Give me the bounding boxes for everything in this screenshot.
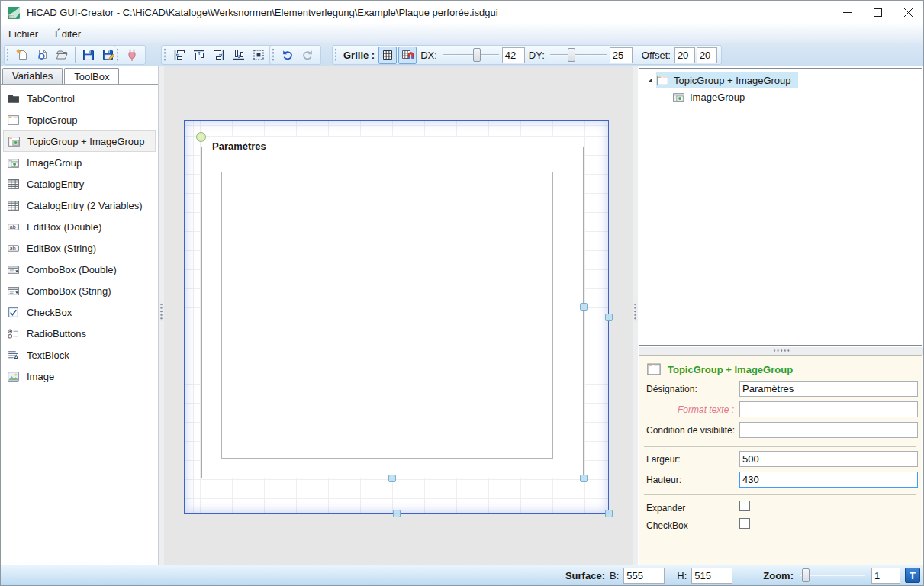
- dx-input[interactable]: [502, 47, 525, 63]
- minimize-button[interactable]: [832, 1, 862, 24]
- toolbar-grip[interactable]: [6, 48, 9, 62]
- right-splitter-grip[interactable]: [634, 303, 636, 321]
- align-top-button[interactable]: [190, 46, 208, 64]
- align-bottom-button[interactable]: [230, 46, 248, 64]
- toolbar-grip[interactable]: [116, 48, 119, 62]
- zoom-slider[interactable]: [800, 568, 865, 583]
- toolbox-item-editbox-string[interactable]: ab EditBox (String): [1, 237, 158, 259]
- largeur-input[interactable]: [739, 451, 918, 467]
- toolbox-item-topicgroup[interactable]: TopicGroup: [1, 109, 158, 130]
- horizontal-splitter-grip[interactable]: [773, 349, 791, 352]
- toolbar-grip[interactable]: [272, 48, 275, 62]
- title-bar: HiCAD GUI-Creator - C:\HiCAD\Kataloge\We…: [1, 1, 923, 24]
- resize-handle-surface-corner[interactable]: [605, 510, 613, 517]
- redo-icon: [301, 48, 314, 62]
- topicgroup-icon: [656, 74, 669, 87]
- toolbox-item-combobox-string[interactable]: ComboBox (String): [1, 280, 158, 301]
- text-mode-button[interactable]: T: [905, 568, 920, 583]
- window-controls: [832, 1, 923, 24]
- reload-file-button[interactable]: [33, 46, 51, 64]
- horizontal-splitter[interactable]: [639, 347, 923, 355]
- left-panel-tabs: Variables ToolBox: [2, 68, 121, 84]
- design-surface[interactable]: Paramètres: [184, 120, 609, 514]
- toolbox-item-textblock[interactable]: TextBlock: [1, 344, 158, 365]
- maximize-icon: [874, 8, 882, 17]
- toolbox-item-checkbox[interactable]: CheckBox: [1, 301, 158, 323]
- toolbox-item-radiobuttons[interactable]: RadioButtons: [1, 323, 158, 344]
- tree-item-label: TopicGroup + ImageGroup: [674, 75, 791, 86]
- dy-slider[interactable]: [550, 47, 607, 63]
- resize-handle-surface-bottom[interactable]: [393, 510, 401, 517]
- svg-text:ab: ab: [10, 224, 16, 229]
- offset-y-input[interactable]: [697, 47, 717, 63]
- condition-visibilite-input[interactable]: [739, 422, 918, 438]
- properties-separator: [644, 494, 916, 495]
- save-button[interactable]: [79, 46, 98, 64]
- left-splitter-grip[interactable]: [160, 303, 163, 321]
- plug-button[interactable]: [123, 46, 141, 64]
- tab-toolbox[interactable]: ToolBox: [64, 68, 119, 84]
- toolbox-item-editbox-double[interactable]: ab EditBox (Double): [1, 216, 158, 237]
- toolbar-grip[interactable]: [334, 48, 337, 62]
- format-texte-input[interactable]: [739, 401, 918, 417]
- expander-checkbox[interactable]: [739, 501, 750, 511]
- reload-file-icon: [35, 48, 49, 62]
- window-title: HiCAD GUI-Creator - C:\HiCAD\Kataloge\We…: [27, 7, 498, 18]
- undo-button[interactable]: [278, 46, 297, 64]
- surface-h-input[interactable]: [691, 568, 732, 584]
- dy-input[interactable]: [610, 47, 633, 63]
- resize-handle-group-right[interactable]: [580, 303, 588, 311]
- tree-expander-icon[interactable]: [646, 76, 654, 84]
- dx-slider-thumb[interactable]: [473, 48, 481, 62]
- redo-button[interactable]: [298, 46, 317, 64]
- toolbar-grip[interactable]: [163, 48, 166, 62]
- open-folder-button[interactable]: [53, 46, 71, 64]
- surface-b-input[interactable]: [623, 568, 665, 584]
- tree-item-imagegroup[interactable]: ImageGroup: [639, 89, 922, 105]
- open-folder-icon: [55, 48, 69, 62]
- dy-slider-thumb[interactable]: [568, 48, 575, 62]
- right-splitter[interactable]: [633, 66, 638, 565]
- surface-b-label: B:: [610, 570, 619, 581]
- dx-slider[interactable]: [443, 47, 499, 63]
- toolbar-separator: [75, 47, 76, 63]
- toolbox-item-catalogentry[interactable]: CatalogEntry: [1, 173, 158, 195]
- app-window: HiCAD GUI-Creator - C:\HiCAD\Kataloge\We…: [0, 0, 924, 586]
- toolbox-item-image[interactable]: Image: [1, 365, 158, 387]
- tab-variables[interactable]: Variables: [2, 68, 63, 84]
- new-file-button[interactable]: [13, 46, 31, 64]
- topicgroup-control[interactable]: Paramètres: [201, 146, 584, 478]
- resize-handle-surface-right[interactable]: [605, 314, 613, 321]
- zoom-slider-thumb[interactable]: [802, 568, 810, 582]
- resize-handle-group-corner[interactable]: [580, 475, 588, 482]
- resize-handle-group-bottom[interactable]: [388, 475, 396, 482]
- toolbox-item-combobox-double[interactable]: ComboBox (Double): [1, 259, 158, 280]
- zoom-label: Zoom:: [763, 570, 794, 581]
- menu-editer[interactable]: Éditer: [55, 28, 81, 40]
- toolbox-item-topicgroup-imagegroup[interactable]: TopicGroup + ImageGroup: [3, 130, 156, 152]
- close-button[interactable]: [893, 1, 923, 24]
- snap-to-grid-button[interactable]: [398, 47, 417, 64]
- undo-icon: [281, 48, 295, 62]
- offset-x-input[interactable]: [674, 47, 695, 63]
- align-left-button[interactable]: [170, 46, 188, 64]
- resize-to-grid-button[interactable]: [250, 46, 268, 64]
- toolbox-item-tabcontrol[interactable]: TabControl: [1, 88, 158, 109]
- checkbox-checkbox[interactable]: [739, 518, 750, 529]
- toolbox-item-catalogentry-2var[interactable]: CatalogEntry (2 Variables): [1, 195, 158, 216]
- maximize-button[interactable]: [862, 1, 893, 24]
- align-right-button[interactable]: [210, 46, 228, 64]
- designation-input[interactable]: [739, 381, 918, 397]
- imagegroup-control[interactable]: [221, 172, 553, 459]
- combobox-icon: [7, 285, 20, 298]
- largeur-label: Largeur:: [646, 454, 681, 465]
- origin-handle[interactable]: [196, 132, 206, 142]
- tree-item-topicgroup-imagegroup[interactable]: TopicGroup + ImageGroup: [639, 72, 922, 89]
- left-splitter[interactable]: [159, 66, 164, 565]
- grid-toggle-button[interactable]: [378, 47, 397, 64]
- toolbox-item-imagegroup[interactable]: ImageGroup: [1, 152, 158, 173]
- menu-fichier[interactable]: Fichier: [8, 28, 38, 40]
- properties-header: TopicGroup + ImageGroup: [646, 362, 793, 377]
- hauteur-input[interactable]: [739, 472, 918, 488]
- zoom-input[interactable]: [871, 568, 900, 584]
